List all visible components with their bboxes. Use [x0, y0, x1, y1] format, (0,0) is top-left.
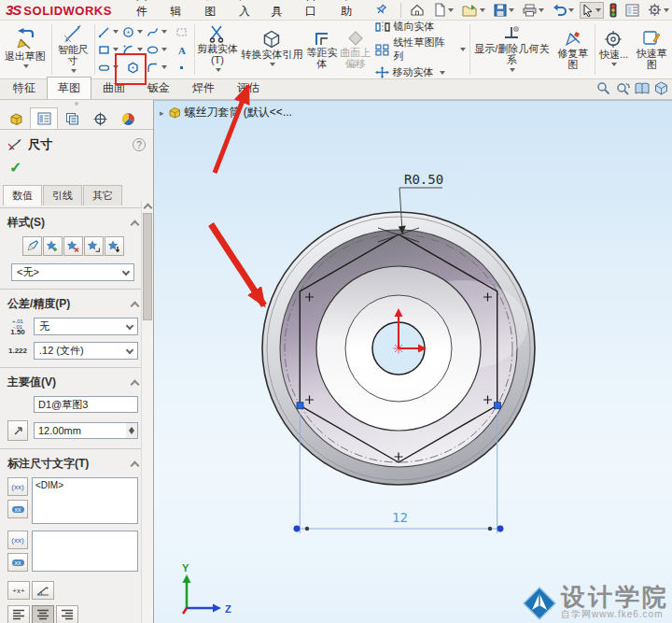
move-entities-button[interactable]: 移动实体 [375, 65, 466, 79]
repair-sketch-button[interactable]: 修复草 图 [553, 21, 594, 78]
tab-sheet-metal[interactable]: 钣金 [136, 77, 181, 99]
tab-property-manager[interactable] [30, 107, 58, 129]
dimension-text-area[interactable]: <DIM> [32, 477, 138, 524]
point-tool-button[interactable] [169, 59, 193, 77]
style-dropdown[interactable]: <无> [11, 263, 134, 281]
print-button[interactable] [520, 2, 547, 19]
display-settings-button[interactable] [623, 2, 642, 19]
selected-vertex-left[interactable] [297, 403, 303, 409]
dim-token-outline-button-2[interactable]: (xx) [7, 531, 28, 549]
help-icon[interactable]: ? [133, 138, 146, 151]
tab-weldments[interactable]: 焊件 [181, 77, 226, 99]
home-button[interactable] [407, 1, 427, 19]
sketch-picture-button[interactable] [169, 23, 193, 41]
tolerance-dropdown[interactable]: 无 [34, 318, 138, 335]
pin-menu-icon[interactable] [372, 2, 388, 19]
fillet-tool-button[interactable] [145, 59, 169, 77]
svg-text:A: A [178, 45, 186, 56]
tab-other[interactable]: 其它 [83, 185, 122, 205]
apply-default-style-button[interactable] [22, 236, 42, 256]
dimension-name-input[interactable] [34, 396, 138, 413]
undo-button[interactable] [550, 2, 577, 18]
dimension-handle-right[interactable] [497, 526, 504, 532]
tab-feature-tree[interactable] [2, 107, 30, 129]
dimension-handle-left[interactable] [294, 526, 301, 532]
offset-entities-button[interactable]: 等距实 体 [305, 21, 339, 78]
select-button[interactable] [580, 2, 604, 19]
circle-tool-button[interactable] [120, 23, 145, 41]
dropdown-caret [137, 30, 143, 36]
dimension-value-input[interactable] [34, 422, 126, 439]
surface-offset-button[interactable]: 曲面上 偏移 [339, 21, 372, 78]
spinner-arrows[interactable] [126, 422, 138, 439]
polygon-tool-button[interactable] [120, 59, 145, 77]
exit-sketch-button[interactable]: 退出草图 [0, 21, 50, 78]
zoom-search-icon[interactable] [596, 81, 610, 95]
panel-scrollbar[interactable] [141, 201, 153, 623]
angle-text-button[interactable] [32, 581, 54, 600]
precision-dropdown[interactable]: .12 (文件) [34, 342, 138, 360]
ellipse-tool-button[interactable] [145, 41, 169, 59]
rebuild-button[interactable] [607, 1, 620, 20]
align-center-button[interactable] [32, 605, 54, 623]
model-viewport[interactable]: R0.50 12 Y [154, 101, 671, 623]
tab-evaluate[interactable]: 评估 [226, 77, 271, 99]
slot-tool-button[interactable] [96, 59, 120, 77]
display-delete-relations-button[interactable]: 显示/删除几何关系 [471, 21, 553, 78]
convert-entities-button[interactable]: 转换实体引用 [239, 21, 305, 78]
panel-grip[interactable] [0, 100, 153, 107]
trim-entities-button[interactable]: 剪裁实体(T) [196, 21, 239, 78]
quick-snaps-button[interactable]: 快速... [596, 21, 632, 78]
tab-value[interactable]: 数值 [3, 185, 42, 205]
zoom-options-icon[interactable] [615, 81, 630, 95]
rectangle-tool-button[interactable] [96, 41, 120, 59]
tab-appearances[interactable] [114, 107, 142, 129]
justify-token-button[interactable]: +x+ [7, 581, 30, 600]
graphics-area[interactable]: ▸ 螺丝刀套筒 (默认<<... [154, 100, 672, 623]
tab-configurations[interactable] [58, 107, 86, 129]
tolerance-section-header[interactable]: 公差/精度(P) [7, 296, 138, 312]
dimension-text-area-2[interactable] [32, 531, 138, 572]
load-style-button[interactable] [105, 236, 124, 256]
tab-leaders[interactable]: 引线 [43, 185, 82, 205]
override-value-button[interactable] [7, 420, 28, 441]
add-style-button[interactable] [43, 236, 63, 256]
dim-token-outline-button[interactable]: (xx) [7, 477, 28, 496]
tab-features[interactable]: 特征 [2, 77, 47, 99]
view-cube-icon[interactable] [654, 81, 668, 95]
dim-token-filled-button[interactable]: xx [7, 500, 28, 518]
mirror-entities-button[interactable]: 镜向实体 [375, 20, 466, 34]
delete-style-button[interactable] [63, 236, 83, 256]
options-button[interactable] [645, 1, 672, 19]
ok-check[interactable]: ✓ [0, 157, 153, 177]
save-style-button[interactable] [84, 236, 104, 256]
tab-surfaces[interactable]: 曲面 [91, 77, 136, 99]
property-manager-panel: 尺寸 ? ✓ 数值 引线 其它 样式(S) <无> [0, 100, 154, 623]
open-button[interactable] [459, 2, 488, 19]
tab-sketch[interactable]: 草图 [47, 77, 91, 99]
dimension-text-header[interactable]: 标注尺寸文字(T) [7, 456, 138, 472]
smart-dimension-button[interactable]: 智能尺寸 [53, 21, 94, 78]
appearance-book-icon[interactable] [635, 82, 650, 95]
new-document-button[interactable] [430, 1, 456, 19]
dropdown-caret [113, 65, 119, 72]
align-center-icon [36, 609, 49, 620]
align-right-button[interactable] [56, 605, 78, 623]
scroll-thumb[interactable] [143, 213, 152, 320]
primary-value-header[interactable]: 主要值(V) [7, 375, 138, 390]
linear-pattern-button[interactable]: 线性草图阵列 [375, 35, 466, 64]
selected-vertex-right[interactable] [494, 403, 500, 409]
save-button[interactable] [491, 2, 517, 19]
sketch-entities-grid: A [96, 21, 193, 78]
scroll-up-icon[interactable] [142, 201, 153, 212]
style-section-header[interactable]: 样式(S) [7, 215, 138, 231]
tab-dimxpert[interactable] [86, 107, 114, 129]
arc-tool-button[interactable] [120, 41, 145, 59]
quick-sketch-button[interactable]: 快速草 图 [631, 21, 672, 78]
line-tool-button[interactable] [96, 23, 120, 41]
save-icon [494, 4, 507, 17]
align-left-button[interactable] [7, 605, 30, 623]
spline-tool-button[interactable] [145, 23, 169, 41]
dim-token-filled-button-2[interactable]: xx [7, 553, 28, 572]
text-tool-button[interactable]: A [169, 41, 193, 59]
